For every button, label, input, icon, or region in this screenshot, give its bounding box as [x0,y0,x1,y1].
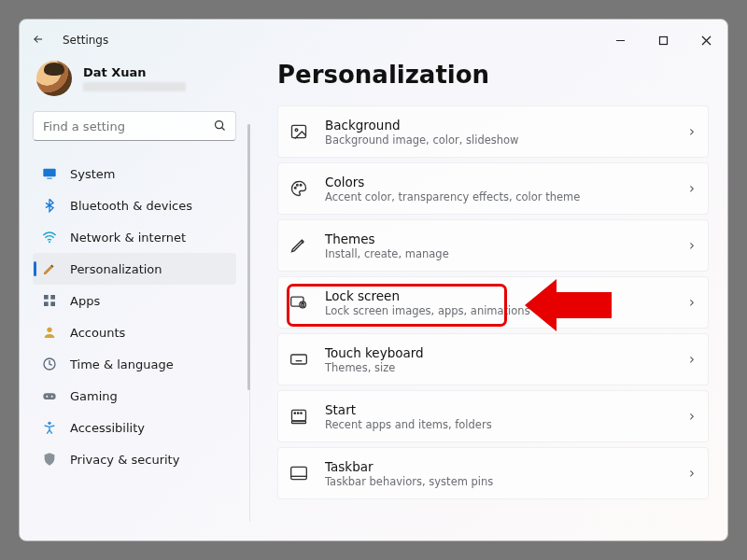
card-sub: Taskbar behaviors, system pins [325,475,672,488]
svg-point-19 [294,187,296,189]
nav-label: Apps [70,294,100,308]
svg-point-14 [46,396,48,398]
svg-rect-7 [44,295,49,300]
svg-rect-25 [291,355,307,364]
nav-label: Personalization [70,262,162,276]
card-lock-screen[interactable]: Lock screen Lock screen images, apps, an… [277,276,709,329]
card-sub: Lock screen images, apps, animations [325,304,672,317]
card-title: Touch keyboard [325,345,672,360]
chevron-right-icon: › [689,180,695,197]
page-title: Personalization [277,61,709,89]
touch-keyboard-icon [289,350,308,369]
sidebar-item-network[interactable]: Network & internet [33,221,236,253]
sidebar-item-gaming[interactable]: Gaming [33,380,236,412]
privacy-icon [42,452,57,467]
chevron-right-icon: › [689,351,695,368]
sidebar-item-personalization[interactable]: Personalization [33,253,236,285]
svg-rect-9 [44,301,49,306]
search-icon [213,119,227,136]
accessibility-icon [42,420,57,435]
search-input[interactable] [33,111,236,141]
card-touch-keyboard[interactable]: Touch keyboard Themes, size › [277,333,709,385]
card-title: Taskbar [325,459,672,474]
nav-label: Bluetooth & devices [70,199,192,213]
svg-line-3 [222,128,225,131]
nav-label: Accounts [70,326,125,340]
card-sub: Background image, color, slideshow [325,133,672,147]
svg-point-20 [297,184,299,186]
sidebar: Dat Xuan System Bluetooth & devices [20,61,249,540]
card-themes[interactable]: Themes Install, create, manage › [277,219,709,272]
svg-rect-26 [292,410,306,421]
svg-point-11 [47,328,51,332]
nav-list: System Bluetooth & devices Network & int… [33,158,236,475]
network-icon [42,230,57,245]
chevron-right-icon: › [689,465,695,482]
minimize-button[interactable] [599,20,641,61]
accounts-icon [42,325,57,340]
personalization-icon [42,261,57,276]
sidebar-scrollbar[interactable] [249,124,250,522]
sidebar-item-bluetooth[interactable]: Bluetooth & devices [33,189,236,221]
system-icon [42,166,57,181]
sidebar-item-privacy[interactable]: Privacy & security [33,443,236,475]
svg-point-2 [216,121,223,129]
svg-rect-4 [43,169,55,177]
svg-point-16 [48,422,50,425]
sidebar-item-system[interactable]: System [33,158,236,189]
card-taskbar[interactable]: Taskbar Taskbar behaviors, system pins › [277,447,709,499]
time-language-icon [42,357,57,371]
card-colors[interactable]: Colors Accent color, transparency effect… [277,162,709,215]
start-icon [289,407,308,426]
nav-label: Privacy & security [70,453,179,467]
themes-icon [289,236,308,255]
chevron-right-icon: › [689,237,695,254]
profile-block[interactable]: Dat Xuan [33,61,236,111]
taskbar-icon [289,464,308,483]
back-button[interactable] [31,32,46,49]
bluetooth-icon [42,198,57,213]
card-sub: Themes, size [325,361,672,374]
card-background[interactable]: Background Background image, color, slid… [277,105,709,158]
svg-rect-5 [47,178,51,179]
sidebar-item-accounts[interactable]: Accounts [33,316,236,348]
svg-point-6 [49,241,50,243]
card-title: Start [325,402,672,417]
profile-email-redacted [83,82,186,91]
background-icon [289,122,308,141]
card-sub: Recent apps and items, folders [325,418,672,431]
svg-point-18 [295,129,298,132]
svg-point-21 [300,184,302,186]
svg-rect-8 [50,295,55,300]
svg-point-15 [51,396,53,398]
sidebar-item-time-language[interactable]: Time & language [33,348,236,380]
chevron-right-icon: › [689,123,695,140]
sidebar-item-accessibility[interactable]: Accessibility [33,412,236,443]
card-title: Colors [325,175,672,189]
card-sub: Accent color, transparency effects, colo… [325,190,672,203]
card-start[interactable]: Start Recent apps and items, folders › [277,390,709,442]
settings-window: Settings Dat Xuan [19,19,728,541]
svg-rect-27 [292,421,306,424]
chevron-right-icon: › [689,294,695,311]
svg-point-30 [301,413,302,413]
svg-rect-13 [43,393,55,399]
svg-point-28 [294,413,295,413]
settings-list: Background Background image, color, slid… [277,105,709,499]
main-panel: Personalization Background Background im… [249,61,727,540]
card-title: Background [325,118,672,133]
profile-name: Dat Xuan [83,65,186,79]
colors-icon [289,179,308,198]
card-title: Themes [325,231,672,246]
scrollbar-thumb[interactable] [247,124,250,390]
nav-label: System [70,167,115,181]
search-box [33,111,236,141]
svg-rect-17 [292,125,306,137]
card-sub: Install, create, manage [325,247,672,260]
maximize-button[interactable] [641,20,684,61]
svg-rect-1 [659,36,667,44]
sidebar-item-apps[interactable]: Apps [33,285,236,316]
close-button[interactable] [684,20,727,61]
nav-label: Time & language [70,357,174,371]
svg-point-29 [298,413,299,413]
